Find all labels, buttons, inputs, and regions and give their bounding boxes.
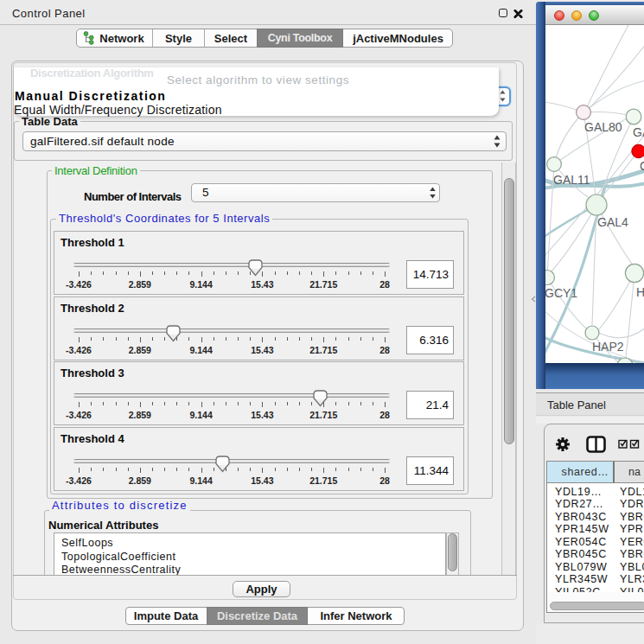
svg-text:H: H: [636, 285, 644, 299]
svg-text:HAP2: HAP2: [592, 340, 624, 354]
svg-text:GAL4: GAL4: [597, 215, 628, 229]
svg-text:GAL11: GAL11: [553, 173, 590, 187]
svg-text:GCY1: GCY1: [545, 286, 577, 300]
svg-text:GAL80: GAL80: [584, 120, 622, 134]
svg-text:GA: GA: [633, 125, 644, 139]
svg-text:CC: CC: [640, 159, 644, 173]
